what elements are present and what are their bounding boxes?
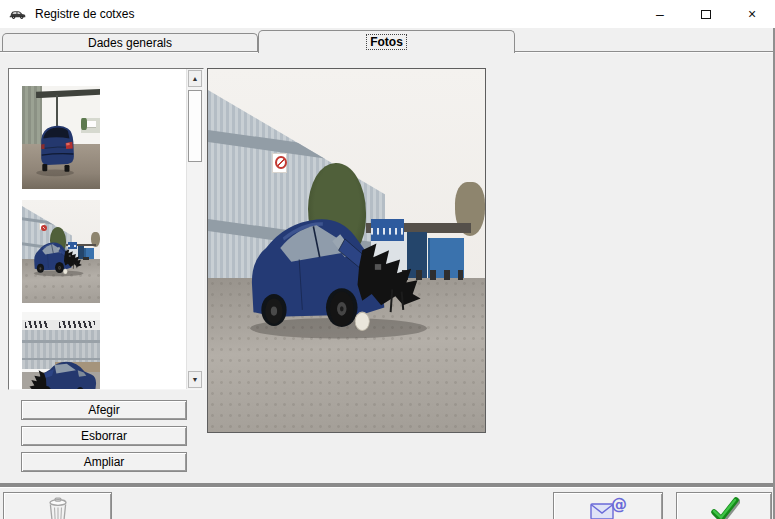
tab-dades-generals[interactable]: Dades generals <box>2 33 258 51</box>
svg-text:@: @ <box>611 496 627 514</box>
tab-fotos[interactable]: Fotos <box>258 30 515 53</box>
scroll-up-button[interactable]: ▲ <box>188 70 202 87</box>
tab-label: Dades generals <box>88 36 172 50</box>
maximize-button[interactable] <box>683 0 729 28</box>
scroll-up-icon: ▲ <box>192 75 199 82</box>
photo-no-entry-sign <box>273 154 286 172</box>
car-icon <box>9 8 26 21</box>
registre-de-cotxes-window: Registre de cotxes – × Dades generals Fo… <box>0 0 775 519</box>
window-title: Registre de cotxes <box>35 7 134 21</box>
main-photo-view <box>207 68 486 433</box>
thumbnail-car-front-damage[interactable] <box>22 200 100 303</box>
thumbnail-car-rear-view[interactable] <box>22 86 100 189</box>
email-button[interactable]: @ <box>553 492 663 519</box>
maximize-icon <box>701 10 711 19</box>
car-side-illustration <box>24 352 97 390</box>
minimize-icon: – <box>656 6 664 22</box>
esborrar-button[interactable]: Esborrar <box>21 426 187 446</box>
delete-record-button[interactable] <box>3 492 112 519</box>
scrollbar-thumb[interactable] <box>188 90 202 162</box>
email-icon: @ <box>589 496 627 519</box>
scroll-down-button[interactable]: ▼ <box>188 371 202 388</box>
thumbnail-car-side-damage[interactable] <box>22 312 100 390</box>
trash-icon <box>44 496 72 519</box>
titlebar[interactable]: Registre de cotxes – × <box>0 0 775 28</box>
bottom-divider <box>0 483 775 487</box>
close-icon: × <box>748 6 756 22</box>
damaged-car-illustration <box>32 237 90 279</box>
car-rear-illustration <box>29 114 79 178</box>
accept-button[interactable] <box>676 492 772 519</box>
tab-label: Fotos <box>366 34 407 50</box>
thumbnail-scrollbar[interactable]: ▲ ▼ <box>186 69 203 389</box>
scroll-down-icon: ▼ <box>192 376 199 383</box>
afegir-button[interactable]: Afegir <box>21 400 187 420</box>
damaged-car-illustration <box>244 200 449 349</box>
photo-thumbnail-list[interactable]: ▲ ▼ <box>8 68 204 390</box>
ampliar-button[interactable]: Ampliar <box>21 452 187 472</box>
minimize-button[interactable]: – <box>637 0 683 28</box>
check-icon <box>708 496 740 519</box>
close-button[interactable]: × <box>729 0 775 28</box>
